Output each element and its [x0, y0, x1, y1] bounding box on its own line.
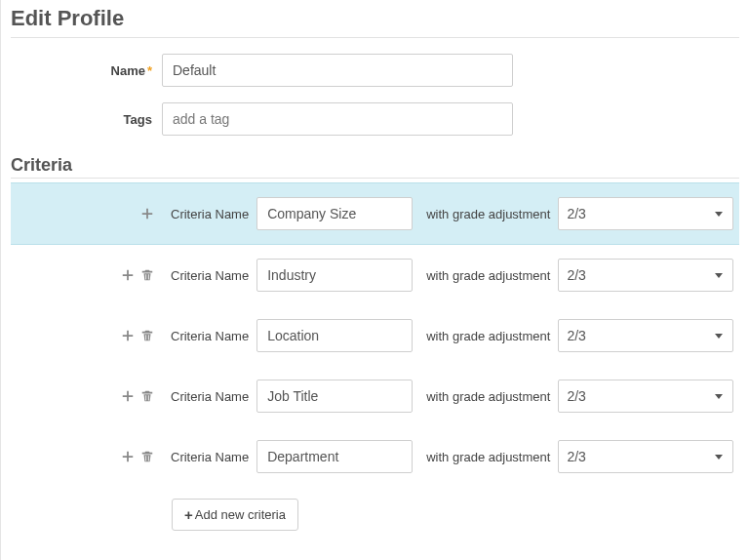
grade-adjustment-label: with grade adjustment [426, 389, 550, 404]
add-icon[interactable] [120, 328, 136, 343]
grade-adjustment-label: with grade adjustment [426, 268, 550, 283]
criteria-name-label: Criteria Name [171, 268, 249, 283]
grade-adjustment-select[interactable]: 2/3 [558, 380, 733, 413]
add-icon[interactable] [139, 206, 155, 221]
add-icon[interactable] [120, 449, 136, 464]
grade-adjustment-select[interactable]: 2/3 [558, 197, 733, 230]
criteria-name-field[interactable] [256, 380, 413, 413]
grade-adjustment-label: with grade adjustment [426, 207, 550, 221]
plus-icon: + [184, 507, 193, 522]
delete-icon[interactable] [139, 328, 155, 343]
criteria-row: Criteria Namewith grade adjustment2/3 [11, 366, 739, 426]
add-criteria-button[interactable]: +Add new criteria [172, 499, 298, 531]
grade-adjustment-label: with grade adjustment [426, 450, 550, 464]
name-field[interactable] [162, 54, 513, 87]
row-icons [17, 449, 163, 464]
criteria-name-label: Criteria Name [171, 389, 249, 404]
delete-icon[interactable] [139, 388, 155, 404]
add-icon[interactable] [120, 267, 136, 283]
row-icons [17, 388, 163, 404]
tags-label: Tags [11, 112, 162, 127]
grade-adjustment-select[interactable]: 2/3 [558, 259, 733, 292]
add-criteria-label: Add new criteria [195, 507, 286, 522]
grade-adjustment-label: with grade adjustment [426, 329, 550, 343]
criteria-row: Criteria Namewith grade adjustment2/3 [11, 245, 739, 305]
delete-icon[interactable] [139, 449, 155, 464]
criteria-row: Criteria Namewith grade adjustment2/3 [11, 182, 739, 245]
criteria-name-field[interactable] [256, 440, 413, 473]
criteria-name-field[interactable] [256, 259, 413, 292]
name-row: Name [11, 54, 739, 87]
criteria-row: Criteria Namewith grade adjustment2/3 [11, 426, 739, 487]
tags-field[interactable] [162, 102, 513, 136]
criteria-row: Criteria Namewith grade adjustment2/3 [11, 305, 739, 366]
grade-adjustment-select[interactable]: 2/3 [558, 440, 733, 473]
add-icon[interactable] [120, 388, 136, 404]
delete-icon[interactable] [139, 267, 155, 283]
row-icons [17, 328, 163, 343]
criteria-list: Criteria Namewith grade adjustment2/3Cri… [11, 182, 739, 487]
criteria-name-label: Criteria Name [171, 329, 249, 343]
grade-adjustment-select[interactable]: 2/3 [558, 319, 733, 352]
row-icons [17, 206, 163, 221]
criteria-name-label: Criteria Name [171, 450, 249, 464]
tags-row: Tags [11, 102, 739, 136]
page-title: Edit Profile [11, 6, 739, 35]
criteria-name-field[interactable] [256, 319, 413, 352]
title-divider [11, 37, 739, 38]
row-icons [17, 267, 163, 283]
criteria-divider [11, 178, 739, 179]
name-label: Name [11, 63, 162, 78]
criteria-name-field[interactable] [256, 197, 413, 230]
criteria-name-label: Criteria Name [171, 207, 249, 221]
criteria-section-title: Criteria [11, 155, 739, 176]
